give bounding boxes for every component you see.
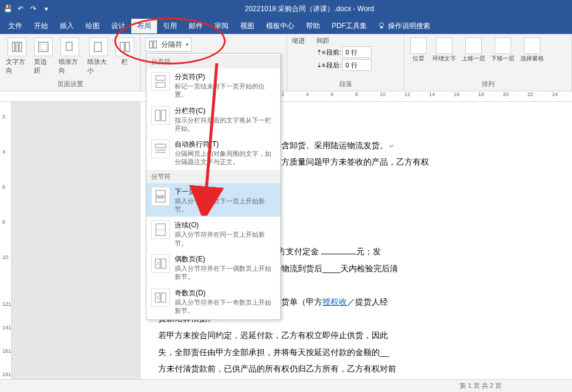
send-backward-button[interactable]: 下移一层: [490, 36, 516, 64]
vruler-mark: 6: [2, 184, 5, 190]
columns-button[interactable]: 栏: [114, 36, 135, 67]
menu-template[interactable]: 模板中心: [260, 19, 300, 33]
text-wrap-icon: [151, 139, 170, 158]
odd-page-icon: 1: [151, 288, 170, 307]
continuous-title: 连续(O): [175, 220, 275, 230]
text-wrap-title: 自动换行符(T): [175, 139, 275, 149]
menu-references[interactable]: 引用: [157, 19, 183, 33]
even-page-icon: 2: [151, 254, 170, 273]
undo-icon[interactable]: ↶: [16, 5, 25, 13]
vruler-mark: 2: [2, 114, 5, 120]
vertical-ruler[interactable]: 246810121141161181: [0, 102, 12, 392]
menu-review[interactable]: 审阅: [209, 19, 234, 33]
odd-page-desc: 插入分节符并在下一奇数页上开始新节。: [175, 298, 275, 315]
bring-forward-button[interactable]: 上移一层: [461, 36, 486, 64]
page-break-icon: [151, 72, 170, 91]
menu-pdftools[interactable]: PDF工具集: [326, 19, 373, 33]
ruler-mark: 18: [478, 91, 484, 97]
orientation-button[interactable]: 纸张方向: [57, 36, 82, 76]
arrange-group-label: 排列: [409, 79, 567, 88]
svg-rect-12: [154, 41, 156, 48]
spacing-before-icon: ⇡≡: [316, 49, 325, 56]
margins-button[interactable]: 页边距: [33, 36, 54, 76]
document-area[interactable]: 二条 交货方式、运输费用。 交货方式：供方提供运输费用，不含卸货。采用陆运物流发…: [12, 102, 572, 392]
wrap-text-button[interactable]: 环绕文字: [431, 36, 457, 64]
tell-me-search[interactable]: 操作说明搜索: [377, 21, 430, 31]
vruler-mark: 161: [2, 348, 11, 354]
ruler-mark: 24: [552, 91, 558, 97]
next-page-desc: 插入分节符并在下一页上开始新节。: [175, 197, 275, 214]
svg-rect-13: [156, 76, 165, 80]
save-icon[interactable]: 💾: [4, 5, 12, 13]
redo-icon[interactable]: ↷: [29, 5, 38, 13]
position-icon: [410, 38, 427, 54]
svg-rect-21: [156, 197, 165, 202]
authorized-link[interactable]: 授权收: [322, 297, 347, 306]
svg-rect-29: [161, 293, 166, 302]
breaks-label: 分隔符: [161, 40, 182, 50]
column-break-title: 分栏符(C): [175, 106, 275, 116]
page-breaks-section: 分页符: [147, 55, 280, 69]
ruler-mark: 16: [454, 91, 459, 97]
ruler-mark: 6: [331, 91, 333, 97]
menu-mailings[interactable]: 邮件: [183, 19, 209, 33]
svg-rect-2: [12, 42, 15, 52]
columns-icon: [115, 38, 134, 56]
menu-help[interactable]: 帮助: [300, 19, 326, 33]
menu-bar: 文件 开始 插入 绘图 设计 布局 引用 邮件 审阅 视图 模板中心 帮助 PD…: [0, 18, 572, 34]
svg-rect-8: [94, 42, 101, 52]
spacing-before-input[interactable]: [342, 46, 372, 58]
position-button[interactable]: 位置: [409, 36, 428, 64]
breaks-dropdown[interactable]: 分隔符 ▾ 分页符 分页符(P) 标记一页结束与下一页开始的位置。: [145, 38, 192, 52]
para-late-payment: 若甲方未按合同约定，迟延付款，乙方有权立即停止供货，因此: [158, 328, 554, 343]
svg-rect-7: [66, 42, 72, 50]
bring-forward-label: 上移一层: [462, 54, 485, 63]
odd-page-title: 奇数页(D): [175, 288, 275, 298]
indent-label: 缩进: [292, 36, 305, 45]
menu-design[interactable]: 设计: [105, 19, 131, 33]
even-page-break-item[interactable]: 2 偶数页(E) 插入分节符并在下一偶数页上开始新节。: [147, 251, 280, 285]
spacing-after-icon: ⇣≡: [316, 62, 325, 69]
horizontal-ruler[interactable]: // ruler ticks drawn inline later via JS…: [0, 91, 572, 102]
menu-home[interactable]: 开始: [28, 19, 54, 33]
text-direction-button[interactable]: 文字方向: [5, 36, 29, 76]
menu-draw[interactable]: 绘图: [80, 19, 105, 33]
ruler-mark: 10: [380, 91, 386, 97]
vruler-mark: 4: [2, 149, 5, 155]
column-break-desc: 指示分栏符后面的文字将从下一栏开始。: [175, 116, 275, 133]
next-page-icon: [151, 187, 170, 206]
next-page-title: 下一页(N): [175, 187, 275, 197]
menu-layout[interactable]: 布局: [131, 19, 157, 33]
page-break-item[interactable]: 分页符(P) 标记一页结束与下一页开始的位置。: [147, 69, 280, 103]
page-break-title: 分页符(P): [175, 72, 275, 82]
menu-insert[interactable]: 插入: [54, 19, 80, 33]
size-button[interactable]: 纸张大小: [86, 36, 111, 76]
odd-page-break-item[interactable]: 1 奇数页(D) 插入分节符并在下一奇数页上开始新节。: [147, 285, 280, 319]
svg-rect-3: [16, 42, 18, 52]
margins-icon: [34, 38, 53, 56]
qat-more-icon[interactable]: ▾: [42, 5, 50, 13]
column-break-item[interactable]: 分栏符(C) 指示分栏符后面的文字将从下一栏开始。: [147, 103, 280, 137]
wrap-text-icon: [436, 38, 452, 54]
margins-label: 页边距: [34, 57, 53, 75]
svg-rect-15: [155, 110, 160, 121]
breaks-icon: [148, 40, 158, 49]
spacing-label: 间距: [316, 36, 372, 45]
ruler-mark: 20: [503, 91, 509, 97]
text-wrap-desc: 分隔网页上的对象周围的文字，如分隔题注文字与正文。: [175, 149, 275, 166]
next-page-break-item[interactable]: 下一页(N) 插入分节符并在下一页上开始新节。: [147, 183, 280, 217]
continuous-break-item[interactable]: 连续(O) 插入分节符并在同一页上开始新节。: [147, 217, 280, 251]
menu-file[interactable]: 文件: [2, 19, 28, 33]
vruler-mark: 10: [2, 254, 8, 260]
send-backward-label: 下移一层: [491, 54, 515, 63]
text-wrap-break-item[interactable]: 自动换行符(T) 分隔网页上的对象周围的文字，如分隔题注文字与正文。: [147, 136, 280, 170]
spacing-after-input[interactable]: [342, 59, 372, 71]
text-direction-icon: [8, 38, 26, 56]
orientation-icon: [60, 38, 79, 56]
document-title: 20221018 采购合同（讲课）.docx - Word: [50, 4, 568, 14]
breaks-dropdown-menu: 分页符 分页符(P) 标记一页结束与下一页开始的位置。 分栏符(C) 指示分栏符…: [146, 53, 281, 320]
menu-view[interactable]: 视图: [234, 19, 260, 33]
selection-pane-button[interactable]: 选择窗格: [519, 36, 545, 64]
svg-rect-5: [39, 42, 48, 52]
even-page-desc: 插入分节符并在下一偶数页上开始新节。: [175, 264, 275, 281]
